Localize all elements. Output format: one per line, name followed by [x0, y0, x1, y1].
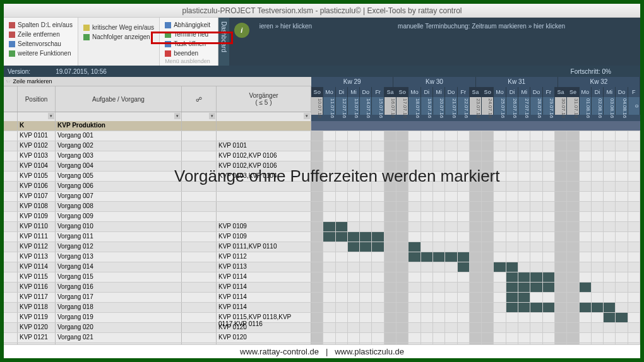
gantt-cell[interactable]	[445, 323, 457, 332]
gantt-cell[interactable]	[592, 141, 604, 151]
gantt-cell[interactable]	[555, 283, 567, 292]
gantt-cell[interactable]	[628, 212, 640, 221]
gantt-cell[interactable]	[336, 141, 348, 151]
gantt-cell[interactable]	[616, 161, 628, 171]
gantt-cell[interactable]	[408, 293, 420, 302]
gantt-cell[interactable]	[336, 182, 348, 191]
gantt-cell[interactable]	[494, 192, 506, 201]
gantt-cell[interactable]	[348, 161, 360, 171]
gantt-cell[interactable]	[348, 212, 360, 221]
gantt-cell[interactable]	[445, 192, 457, 201]
gantt-cell[interactable]	[494, 212, 506, 221]
gantt-cell[interactable]	[445, 212, 457, 221]
gantt-cell[interactable]	[628, 293, 640, 302]
gantt-cell[interactable]	[458, 222, 470, 231]
gantt-cell[interactable]	[494, 151, 506, 161]
gantt-cell[interactable]	[494, 222, 506, 231]
gantt-cell[interactable]	[323, 192, 335, 201]
gantt-cell[interactable]	[616, 131, 628, 141]
gantt-cell[interactable]	[628, 172, 640, 181]
gantt-cell[interactable]	[470, 303, 482, 312]
table-row[interactable]: KVP 0107Vorgang 007	[4, 192, 640, 202]
gantt-cell[interactable]	[604, 222, 616, 231]
gantt-cell[interactable]	[494, 232, 506, 242]
gantt-cell[interactable]	[506, 272, 518, 282]
gantt-cell[interactable]	[348, 232, 360, 242]
gantt-cell[interactable]	[433, 192, 445, 201]
gantt-cell[interactable]	[592, 293, 604, 302]
gantt-cell[interactable]	[360, 202, 372, 211]
gantt-cell[interactable]	[397, 252, 408, 262]
gantt-cell[interactable]	[567, 333, 579, 342]
gantt-cell[interactable]	[360, 212, 372, 221]
gantt-cell[interactable]	[336, 202, 348, 211]
dashboard-tab[interactable]: Dashboard	[218, 18, 229, 66]
gantt-cell[interactable]	[385, 161, 397, 171]
gantt-cell[interactable]	[506, 293, 518, 302]
gantt-cell[interactable]	[372, 283, 384, 292]
gantt-cell[interactable]	[494, 262, 506, 272]
gantt-cell[interactable]	[628, 161, 640, 171]
table-row[interactable]: KVP 0110Vorgang 010KVP 0109	[4, 222, 640, 232]
gantt-area[interactable]	[311, 141, 640, 151]
gantt-area[interactable]	[311, 333, 640, 342]
gantt-cell[interactable]	[311, 202, 323, 211]
gantt-cell[interactable]	[458, 212, 470, 221]
table-row[interactable]: KVP 0114Vorgang 014KVP 0113	[4, 262, 640, 272]
gantt-cell[interactable]	[567, 202, 579, 211]
gantt-area[interactable]	[311, 293, 640, 302]
gantt-cell[interactable]	[336, 172, 348, 181]
table-row[interactable]: KVP 0115Vorgang 015KVP 0114	[4, 272, 640, 283]
gantt-cell[interactable]	[543, 131, 555, 141]
gantt-cell[interactable]	[445, 293, 457, 302]
gantt-cell[interactable]	[336, 232, 348, 242]
gantt-cell[interactable]	[323, 262, 335, 272]
gantt-cell[interactable]	[421, 202, 433, 211]
gantt-cell[interactable]	[433, 131, 445, 141]
gantt-cell[interactable]	[397, 222, 408, 231]
gantt-cell[interactable]	[592, 131, 604, 141]
gantt-cell[interactable]	[372, 151, 384, 161]
gantt-cell[interactable]	[408, 313, 420, 322]
gantt-cell[interactable]	[445, 242, 457, 252]
gantt-cell[interactable]	[567, 131, 579, 141]
gantt-cell[interactable]	[628, 141, 640, 151]
gantt-cell[interactable]	[555, 323, 567, 332]
gantt-cell[interactable]	[360, 252, 372, 262]
gantt-cell[interactable]	[433, 212, 445, 221]
gantt-cell[interactable]	[336, 283, 348, 292]
gantt-cell[interactable]	[506, 192, 518, 201]
ribbon-item[interactable]: weitere Funktionen	[9, 49, 73, 58]
gantt-cell[interactable]	[628, 242, 640, 252]
gantt-cell[interactable]	[592, 313, 604, 322]
ribbon-item[interactable]: kritischer Weg ein/aus	[83, 23, 154, 32]
gantt-area[interactable]	[311, 172, 640, 181]
gantt-cell[interactable]	[445, 313, 457, 322]
table-row[interactable]: KVP 0102Vorgang 002KVP 0101	[4, 141, 640, 151]
gantt-cell[interactable]	[567, 151, 579, 161]
gantt-cell[interactable]	[494, 161, 506, 171]
gantt-cell[interactable]	[530, 161, 542, 171]
gantt-cell[interactable]	[555, 212, 567, 221]
gantt-cell[interactable]	[494, 252, 506, 262]
gantt-cell[interactable]	[385, 323, 397, 332]
gantt-cell[interactable]	[494, 303, 506, 312]
gantt-cell[interactable]	[458, 313, 470, 322]
gantt-cell[interactable]	[592, 252, 604, 262]
gantt-cell[interactable]	[604, 141, 616, 151]
gantt-cell[interactable]	[604, 252, 616, 262]
gantt-cell[interactable]	[348, 172, 360, 181]
gantt-cell[interactable]	[421, 333, 433, 342]
gantt-cell[interactable]	[470, 202, 482, 211]
gantt-cell[interactable]	[372, 131, 384, 141]
gantt-cell[interactable]	[616, 232, 628, 242]
gantt-cell[interactable]	[592, 161, 604, 171]
gantt-cell[interactable]	[336, 242, 348, 252]
gantt-cell[interactable]	[336, 313, 348, 322]
gantt-cell[interactable]	[445, 272, 457, 282]
gantt-cell[interactable]	[421, 172, 433, 181]
gantt-cell[interactable]	[628, 202, 640, 211]
gantt-cell[interactable]	[506, 323, 518, 332]
gantt-cell[interactable]	[482, 283, 494, 292]
gantt-cell[interactable]	[518, 182, 530, 191]
